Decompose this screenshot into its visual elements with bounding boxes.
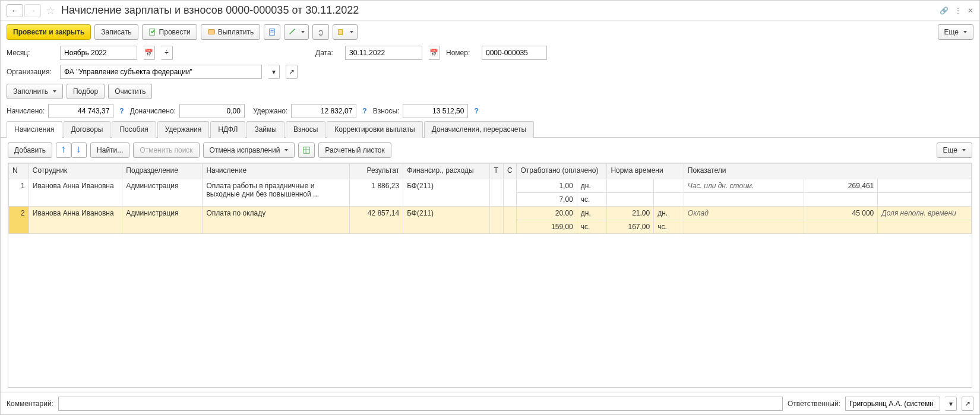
cancel-fixes-button[interactable]: Отмена исправлений bbox=[203, 142, 295, 158]
col-t[interactable]: Т bbox=[490, 164, 504, 179]
move-down-button[interactable]: 🡓 bbox=[71, 142, 87, 158]
extra-actions-button[interactable] bbox=[333, 24, 358, 40]
move-up-button[interactable]: 🡑 bbox=[56, 142, 71, 158]
tab-payment-corrections[interactable]: Корректировки выплаты bbox=[327, 121, 422, 138]
date-label: Дата: bbox=[315, 49, 339, 57]
col-indicators[interactable]: Показатели bbox=[684, 164, 971, 179]
col-norm[interactable]: Норма времени bbox=[607, 164, 684, 179]
month-stepper-button[interactable]: ÷ bbox=[161, 46, 173, 60]
nav-forward-button[interactable]: → bbox=[24, 4, 41, 17]
svg-rect-1 bbox=[208, 30, 214, 34]
link-icon[interactable]: 🔗 bbox=[940, 7, 949, 15]
payslip-button[interactable]: Расчетный листок bbox=[318, 142, 391, 158]
more-button[interactable]: Еще bbox=[938, 24, 973, 40]
month-label: Месяц: bbox=[7, 49, 54, 57]
svg-rect-6 bbox=[304, 147, 310, 154]
page-title: Начисление зарплаты и взносов 0000-00003… bbox=[61, 4, 359, 17]
report-button[interactable] bbox=[264, 24, 280, 40]
pay-button[interactable]: Выплатить bbox=[201, 24, 261, 40]
post-icon bbox=[148, 28, 157, 36]
pay-icon bbox=[207, 28, 216, 36]
clear-button[interactable]: Очистить bbox=[108, 84, 152, 99]
accrued-value[interactable] bbox=[48, 104, 113, 118]
org-dropdown-button[interactable]: ▾ bbox=[268, 65, 280, 79]
responsible-dropdown-button[interactable]: ▾ bbox=[945, 397, 957, 411]
contrib-help-icon[interactable]: ? bbox=[474, 107, 478, 115]
print-button[interactable] bbox=[284, 24, 309, 40]
org-label: Организация: bbox=[7, 68, 54, 76]
pay-button-label: Выплатить bbox=[218, 28, 254, 36]
tab-loans[interactable]: Займы bbox=[246, 121, 284, 138]
col-department[interactable]: Подразделение bbox=[122, 164, 203, 179]
col-n[interactable]: N bbox=[9, 164, 29, 179]
grid-settings-button[interactable] bbox=[298, 142, 315, 158]
col-finance[interactable]: Финансир., расходы bbox=[403, 164, 490, 179]
write-button[interactable]: Записать bbox=[94, 24, 138, 40]
tab-withholdings[interactable]: Удержания bbox=[157, 121, 210, 138]
withheld-value[interactable] bbox=[291, 104, 356, 118]
responsible-label: Ответственный: bbox=[788, 400, 840, 408]
close-icon[interactable]: ✕ bbox=[968, 7, 973, 15]
comment-label: Комментарий: bbox=[7, 400, 53, 408]
post-button-label: Провести bbox=[159, 28, 191, 36]
extra-accrued-value[interactable] bbox=[179, 104, 245, 118]
fill-button[interactable]: Заполнить bbox=[7, 84, 63, 99]
responsible-open-button[interactable]: ↗ bbox=[962, 397, 973, 411]
tab-benefits[interactable]: Пособия bbox=[112, 121, 156, 138]
tab-accruals[interactable]: Начисления bbox=[7, 121, 62, 138]
accrued-help-icon[interactable]: ? bbox=[119, 107, 124, 115]
tab-recalculations[interactable]: Доначисления, перерасчеты bbox=[424, 121, 534, 138]
number-input[interactable] bbox=[482, 46, 547, 60]
col-accrual[interactable]: Начисление bbox=[203, 164, 350, 179]
find-button[interactable]: Найти... bbox=[90, 142, 129, 158]
svg-rect-5 bbox=[339, 30, 343, 35]
tab-contracts[interactable]: Договоры bbox=[64, 121, 111, 138]
col-worked[interactable]: Отработано (оплачено) bbox=[517, 164, 607, 179]
date-input[interactable] bbox=[345, 46, 422, 60]
post-button[interactable]: Провести bbox=[142, 24, 197, 40]
col-employee[interactable]: Сотрудник bbox=[29, 164, 122, 179]
accrued-label: Начислено: bbox=[7, 107, 45, 115]
contrib-value[interactable] bbox=[403, 104, 468, 118]
number-label: Номер: bbox=[446, 49, 476, 57]
tab-contributions[interactable]: Взносы bbox=[286, 121, 325, 138]
comment-input[interactable] bbox=[58, 397, 783, 411]
subtoolbar-more-button[interactable]: Еще bbox=[937, 142, 972, 158]
attach-button[interactable] bbox=[312, 24, 329, 40]
star-icon[interactable]: ☆ bbox=[46, 4, 55, 17]
org-open-button[interactable]: ↗ bbox=[286, 65, 298, 79]
post-and-close-button[interactable]: Провести и закрыть bbox=[7, 24, 91, 40]
table-row[interactable]: 1 Иванова Анна Ивановна Администрация Оп… bbox=[9, 179, 972, 193]
tab-ndfl[interactable]: НДФЛ bbox=[210, 121, 245, 138]
extra-accrued-label: Доначислено: bbox=[130, 107, 176, 115]
col-result[interactable]: Результат bbox=[350, 164, 403, 179]
kebab-icon[interactable]: ⋮ bbox=[954, 7, 962, 15]
month-input[interactable] bbox=[60, 46, 137, 60]
table-row[interactable]: 2 Иванова Анна Ивановна Администрация Оп… bbox=[9, 207, 972, 220]
date-calendar-button[interactable]: 📅 bbox=[428, 46, 440, 60]
responsible-input[interactable] bbox=[845, 397, 940, 411]
cancel-find-button[interactable]: Отменить поиск bbox=[133, 142, 199, 158]
col-c[interactable]: С bbox=[503, 164, 517, 179]
select-button[interactable]: Подбор bbox=[67, 84, 105, 99]
nav-back-button[interactable]: ← bbox=[7, 4, 23, 17]
add-row-button[interactable]: Добавить bbox=[8, 142, 52, 158]
org-input[interactable] bbox=[60, 65, 262, 79]
withheld-label: Удержано: bbox=[253, 107, 287, 115]
contrib-label: Взносы: bbox=[373, 107, 400, 115]
accruals-grid[interactable]: N Сотрудник Подразделение Начисление Рез… bbox=[8, 163, 972, 234]
month-calendar-button[interactable]: 📅 bbox=[143, 46, 155, 60]
withheld-help-icon[interactable]: ? bbox=[362, 107, 366, 115]
